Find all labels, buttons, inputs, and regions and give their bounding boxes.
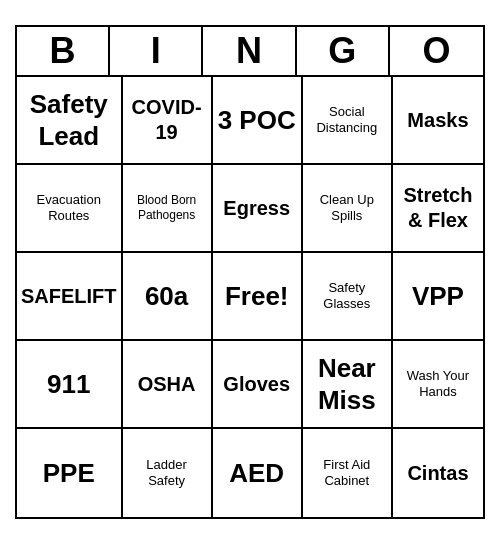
bingo-cell-11: 60a <box>123 253 213 341</box>
header-letter-i: I <box>110 27 203 75</box>
bingo-cell-21: Ladder Safety <box>123 429 213 517</box>
bingo-cell-5: Evacuation Routes <box>17 165 123 253</box>
bingo-cell-17: Gloves <box>213 341 303 429</box>
header-letter-o: O <box>390 27 483 75</box>
bingo-cell-14: VPP <box>393 253 483 341</box>
header-letter-n: N <box>203 27 296 75</box>
bingo-cell-23: First Aid Cabinet <box>303 429 393 517</box>
bingo-cell-18: Near Miss <box>303 341 393 429</box>
bingo-cell-2: 3 POC <box>213 77 303 165</box>
bingo-card: BINGO Safety LeadCOVID-193 POCSocial Dis… <box>15 25 485 519</box>
bingo-cell-20: PPE <box>17 429 123 517</box>
bingo-cell-24: Cintas <box>393 429 483 517</box>
bingo-cell-15: 911 <box>17 341 123 429</box>
bingo-cell-1: COVID-19 <box>123 77 213 165</box>
bingo-cell-9: Stretch & Flex <box>393 165 483 253</box>
bingo-cell-13: Safety Glasses <box>303 253 393 341</box>
bingo-grid: Safety LeadCOVID-193 POCSocial Distancin… <box>17 77 483 517</box>
bingo-cell-10: SAFELIFT <box>17 253 123 341</box>
bingo-cell-7: Egress <box>213 165 303 253</box>
bingo-cell-22: AED <box>213 429 303 517</box>
bingo-cell-3: Social Distancing <box>303 77 393 165</box>
bingo-cell-0: Safety Lead <box>17 77 123 165</box>
bingo-cell-8: Clean Up Spills <box>303 165 393 253</box>
header-letter-b: B <box>17 27 110 75</box>
bingo-cell-12: Free! <box>213 253 303 341</box>
bingo-cell-16: OSHA <box>123 341 213 429</box>
bingo-cell-6: Blood Born Pathogens <box>123 165 213 253</box>
bingo-header: BINGO <box>17 27 483 77</box>
bingo-cell-4: Masks <box>393 77 483 165</box>
bingo-cell-19: Wash Your Hands <box>393 341 483 429</box>
header-letter-g: G <box>297 27 390 75</box>
